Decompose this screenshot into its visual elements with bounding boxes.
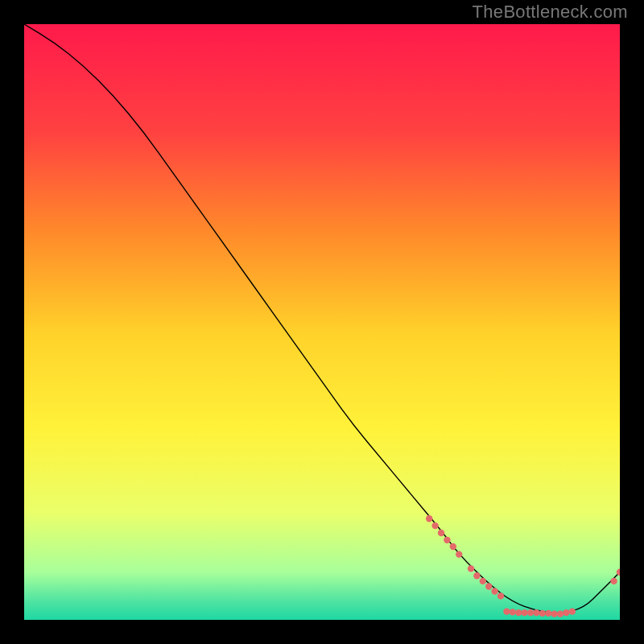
chart-svg xyxy=(24,24,620,620)
data-point xyxy=(533,609,539,616)
data-point xyxy=(438,530,444,536)
data-point xyxy=(431,522,438,529)
data-point xyxy=(473,572,480,579)
watermark-text: TheBottleneck.com xyxy=(473,2,628,23)
data-point xyxy=(527,609,534,616)
data-point xyxy=(468,565,474,572)
data-point xyxy=(563,609,569,616)
data-point xyxy=(539,610,546,617)
data-point xyxy=(497,592,504,599)
data-point xyxy=(610,578,617,584)
data-point xyxy=(545,610,551,617)
plot-area xyxy=(24,24,620,620)
data-point xyxy=(480,578,486,584)
data-point xyxy=(426,515,432,522)
data-point xyxy=(450,543,456,550)
data-point xyxy=(557,610,564,617)
chart-frame: TheBottleneck.com xyxy=(0,0,644,644)
data-point xyxy=(491,588,497,594)
data-point xyxy=(456,551,462,557)
data-point xyxy=(551,610,557,617)
data-point xyxy=(510,609,516,615)
data-point xyxy=(485,583,492,589)
data-point xyxy=(503,608,510,614)
gradient-background xyxy=(24,24,620,620)
data-point xyxy=(515,609,522,616)
data-point xyxy=(569,608,576,614)
data-point xyxy=(521,609,527,616)
data-point xyxy=(444,537,450,543)
